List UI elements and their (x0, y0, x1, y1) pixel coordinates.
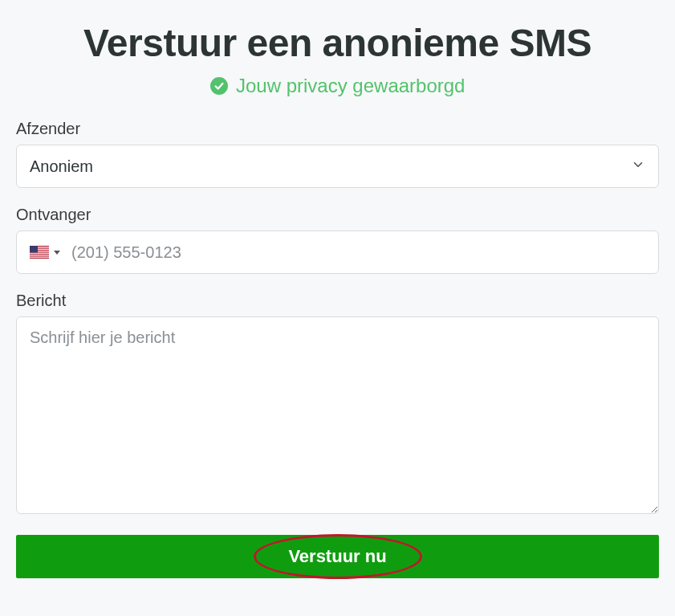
check-icon (210, 77, 228, 95)
chevron-down-icon (631, 157, 645, 175)
privacy-badge: Jouw privacy gewaarborgd (16, 75, 659, 97)
privacy-text: Jouw privacy gewaarborgd (236, 75, 465, 96)
sender-select[interactable]: Anoniem (16, 145, 659, 188)
recipient-label: Ontvanger (16, 206, 659, 224)
flag-us-icon (30, 246, 49, 259)
message-input[interactable] (16, 316, 659, 514)
sender-label: Afzender (16, 120, 659, 138)
caret-down-icon (54, 251, 60, 255)
message-label: Bericht (16, 292, 659, 310)
page-title: Verstuur een anonieme SMS (16, 21, 659, 65)
svg-rect-4 (30, 253, 49, 254)
phone-input-container (16, 230, 659, 274)
submit-button[interactable]: Verstuur nu (16, 535, 659, 578)
svg-rect-7 (30, 246, 38, 253)
svg-rect-6 (30, 257, 49, 258)
svg-rect-5 (30, 255, 49, 255)
sender-selected-value: Anoniem (30, 157, 631, 176)
recipient-input[interactable] (71, 243, 645, 262)
country-selector[interactable] (30, 246, 60, 259)
